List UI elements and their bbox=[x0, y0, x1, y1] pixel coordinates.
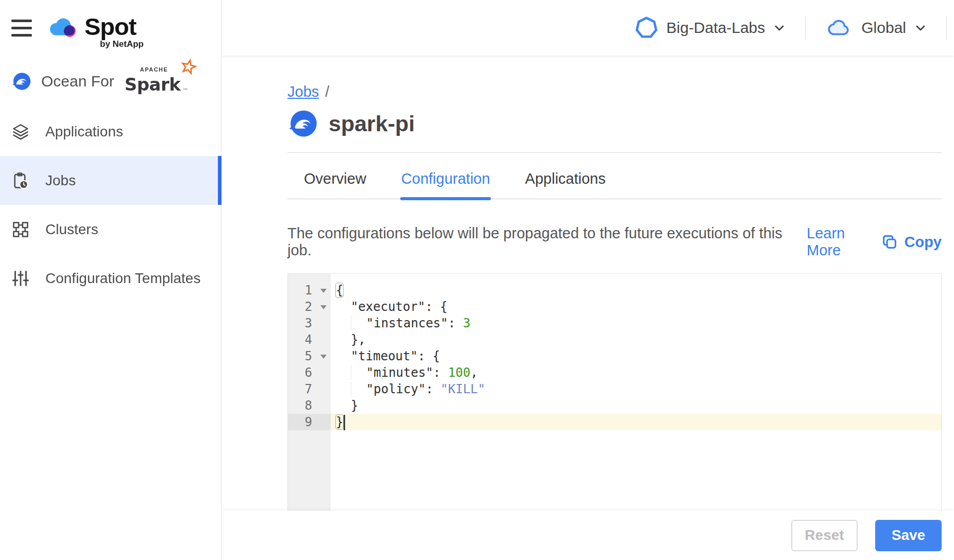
heptagon-icon bbox=[635, 16, 658, 40]
tab-bar: OverviewConfigurationApplications bbox=[287, 153, 942, 199]
scope-label: Global bbox=[861, 19, 906, 37]
fold-arrow-icon[interactable] bbox=[320, 355, 327, 359]
wave-icon bbox=[287, 109, 317, 138]
line-number-text: 3 bbox=[305, 315, 312, 331]
sidebar-item-label: Applications bbox=[45, 124, 123, 140]
code-line-text: { bbox=[331, 282, 941, 299]
editor-line[interactable]: 4 }, bbox=[288, 331, 941, 348]
line-number[interactable]: 5 bbox=[288, 348, 331, 364]
code-line-text: } bbox=[331, 397, 941, 414]
cloud-icon bbox=[824, 16, 853, 40]
line-number-text: 5 bbox=[305, 348, 312, 364]
sidebar: Spot by NetApp Ocean For APACHE Spark ™ … bbox=[0, 0, 222, 560]
reset-button[interactable]: Reset bbox=[791, 520, 858, 551]
editor-line[interactable]: 6 "minutes": 100, bbox=[288, 364, 941, 381]
page-content: Jobs / spark-pi OverviewConfigurationApp… bbox=[222, 56, 954, 511]
line-number[interactable]: 3 bbox=[288, 315, 331, 331]
ocean-for-spark-logo[interactable]: Ocean For APACHE Spark ™ bbox=[11, 68, 196, 95]
editor-line[interactable]: 9} bbox=[288, 414, 941, 430]
config-description: The configurations below will be propaga… bbox=[287, 225, 793, 259]
line-number[interactable]: 8 bbox=[288, 397, 331, 414]
sidebar-item-label: Configuration Templates bbox=[45, 270, 200, 287]
line-number-text: 8 bbox=[305, 397, 312, 414]
breadcrumb: Jobs / bbox=[287, 82, 942, 101]
code-line-text: }, bbox=[331, 331, 941, 348]
header-divider bbox=[946, 16, 947, 40]
line-number-text: 7 bbox=[305, 381, 312, 397]
sidebar-item-clusters[interactable]: Clusters bbox=[0, 205, 221, 254]
apache-spark-logo: APACHE Spark ™ bbox=[125, 68, 196, 95]
line-number-text: 1 bbox=[305, 282, 312, 299]
save-button[interactable]: Save bbox=[875, 520, 942, 551]
top-header: Big-Data-Labs Global bbox=[222, 0, 954, 56]
hamburger-menu-icon[interactable] bbox=[11, 20, 32, 37]
editor-line[interactable]: 2 "executor": { bbox=[288, 299, 941, 315]
brand-byline: by NetApp bbox=[100, 39, 144, 49]
editor-line[interactable]: 5 "timeout": { bbox=[288, 348, 941, 364]
product-prefix: Ocean For bbox=[41, 73, 114, 90]
spot-logo: Spot by NetApp bbox=[48, 15, 144, 49]
cluster-icon bbox=[11, 220, 30, 239]
action-footer: Reset Save bbox=[222, 511, 954, 560]
wave-icon bbox=[11, 72, 31, 91]
tab-overview[interactable]: Overview bbox=[303, 153, 367, 199]
editor-line[interactable]: 7 "policy": "KILL" bbox=[288, 381, 941, 397]
org-selector[interactable]: Big-Data-Labs bbox=[635, 16, 787, 40]
code-line-text: "policy": "KILL" bbox=[331, 381, 941, 397]
breadcrumb-jobs-link[interactable]: Jobs bbox=[287, 83, 319, 100]
header-divider bbox=[805, 16, 806, 40]
line-number[interactable]: 2 bbox=[288, 299, 331, 315]
copy-button[interactable]: Copy bbox=[881, 233, 942, 251]
line-number-text: 4 bbox=[305, 331, 312, 348]
scope-selector[interactable]: Global bbox=[824, 16, 928, 40]
page-title: spark-pi bbox=[329, 111, 415, 136]
line-number-text: 9 bbox=[305, 414, 312, 430]
spot-cloud-icon bbox=[48, 15, 78, 49]
clipboard-clock-icon bbox=[11, 171, 30, 190]
sidebar-item-label: Clusters bbox=[45, 221, 98, 238]
sliders-icon bbox=[11, 269, 30, 288]
tab-configuration[interactable]: Configuration bbox=[400, 153, 491, 199]
copy-label: Copy bbox=[905, 234, 942, 251]
editor-line[interactable]: 3 "instances": 3 bbox=[288, 315, 941, 331]
line-number[interactable]: 7 bbox=[288, 381, 331, 397]
layers-icon bbox=[11, 122, 30, 141]
json-editor[interactable]: 1{2 "executor": {3 "instances": 34 },5 "… bbox=[287, 273, 942, 511]
line-number[interactable]: 6 bbox=[288, 364, 331, 381]
trademark-symbol: ™ bbox=[182, 87, 188, 93]
editor-line[interactable]: 1{ bbox=[288, 282, 941, 299]
line-number[interactable]: 4 bbox=[288, 331, 331, 348]
brand-name: Spot bbox=[84, 15, 144, 38]
editor-line[interactable]: 8 } bbox=[288, 397, 941, 414]
chevron-down-icon bbox=[913, 21, 928, 35]
learn-more-link[interactable]: Learn More bbox=[807, 225, 880, 259]
code-line-text: "timeout": { bbox=[331, 348, 941, 364]
editor-rows: 1{2 "executor": {3 "instances": 34 },5 "… bbox=[288, 274, 941, 430]
code-line-text: "executor": { bbox=[331, 299, 941, 315]
line-number[interactable]: 9 bbox=[288, 414, 331, 430]
sidebar-item-jobs[interactable]: Jobs bbox=[0, 156, 221, 205]
breadcrumb-separator: / bbox=[325, 83, 329, 100]
code-line-text: "minutes": 100, bbox=[331, 364, 941, 381]
text-cursor bbox=[344, 415, 345, 430]
sidebar-menu: ApplicationsJobsClustersConfiguration Te… bbox=[0, 107, 221, 303]
sidebar-item-applications[interactable]: Applications bbox=[0, 107, 221, 156]
spark-wordmark: Spark bbox=[125, 74, 181, 95]
chevron-down-icon bbox=[772, 21, 787, 35]
tab-applications[interactable]: Applications bbox=[524, 153, 606, 199]
line-number[interactable]: 1 bbox=[288, 282, 331, 299]
org-label: Big-Data-Labs bbox=[667, 19, 765, 37]
main-area: Big-Data-Labs Global Jobs / bbox=[222, 0, 954, 560]
line-number-text: 6 bbox=[305, 364, 312, 381]
sidebar-item-configuration-templates[interactable]: Configuration Templates bbox=[0, 254, 221, 303]
line-number-text: 2 bbox=[305, 299, 312, 315]
copy-icon bbox=[881, 233, 898, 251]
fold-arrow-icon[interactable] bbox=[320, 289, 327, 293]
apache-label: APACHE bbox=[140, 66, 168, 73]
code-line-text: } bbox=[331, 414, 941, 430]
fold-arrow-icon[interactable] bbox=[320, 305, 327, 309]
sidebar-item-label: Jobs bbox=[45, 172, 76, 189]
code-line-text: "instances": 3 bbox=[331, 315, 941, 331]
spark-star-icon bbox=[180, 59, 197, 75]
